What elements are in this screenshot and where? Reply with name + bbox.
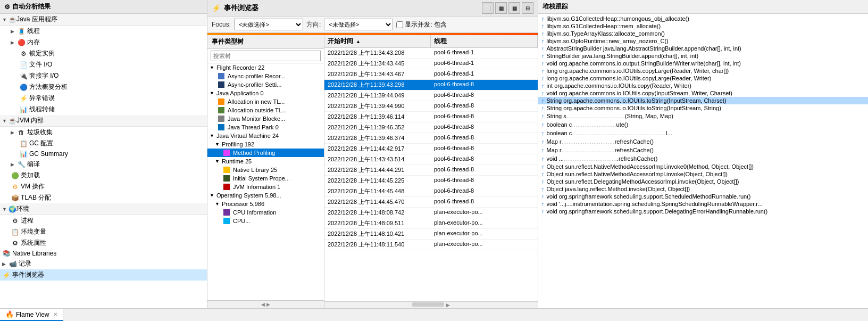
- table-row[interactable]: 2022/12/28 上午11:34:43.445 pool-6-thread-…: [324, 59, 538, 69]
- stack-trace-row[interactable]: ↑ boolean c.........................ute(…: [538, 120, 868, 129]
- tree-jvm-info[interactable]: JVM Information 1: [207, 183, 324, 191]
- tree-native-lib[interactable]: Native Library 25: [207, 166, 324, 174]
- tree-cpu-info[interactable]: CPU Information: [207, 208, 324, 217]
- tree-thread-park[interactable]: Java Thread Park 0: [207, 123, 324, 131]
- tree-async-setti[interactable]: Async-profiler Setti...: [207, 80, 324, 89]
- table-row[interactable]: 2022/12/28 上午11:39:46.114 pool-6-thread-…: [324, 112, 538, 122]
- stack-trace-row[interactable]: ↑ String s..............................…: [538, 112, 868, 120]
- sidebar-item-thread-dump[interactable]: 📊 线程转储: [0, 104, 207, 115]
- tab-flame-view[interactable]: 🔥 Flame View ✕: [0, 309, 63, 321]
- focus-select[interactable]: <未做选择>: [234, 19, 303, 30]
- scroll-thumb[interactable]: [412, 302, 444, 307]
- sidebar-item-java-app[interactable]: ▼ ☕ Java 应用程序: [0, 14, 207, 26]
- sidebar-item-process[interactable]: ⚙ 进程: [0, 215, 207, 226]
- stack-trace-row[interactable]: ↑ libjvm.so.TypeArrayKlass::allocate_com…: [538, 30, 868, 37]
- sidebar-item-env[interactable]: ▼ 🌍 环境: [0, 203, 207, 215]
- sidebar-item-gc[interactable]: ▶ 🗑 垃圾收集: [0, 127, 207, 138]
- table-row[interactable]: 2022/12/28 上午11:39:44.990 pool-6-thread-…: [324, 101, 538, 112]
- sidebar-item-record[interactable]: ▶ 📹 记录: [0, 258, 207, 269]
- table-row[interactable]: 2022/12/28 上午11:34:43.467 pool-6-thread-…: [324, 69, 538, 80]
- table-row[interactable]: 2022/12/28 上午11:34:43.208 pool-6-thread-…: [324, 48, 538, 59]
- sidebar-item-native-libs[interactable]: 📚 Native Libraries: [0, 249, 207, 258]
- table-row[interactable]: 2022/12/28 上午11:48:09.511 plan-executor-…: [324, 218, 538, 229]
- stack-trace-row[interactable]: ↑ libjvm.so.G1CollectedHeap::humongous_o…: [538, 15, 868, 22]
- stack-trace-row[interactable]: ↑ void .................................…: [538, 154, 868, 163]
- table-row[interactable]: 2022/12/28 上午11:39:44.049 pool-6-thread-…: [324, 90, 538, 101]
- stack-trace-row[interactable]: ↑ void '...j....instrumentation.spring.s…: [538, 200, 868, 208]
- direction-select[interactable]: <未做选择>: [324, 19, 393, 30]
- tree-async-rec[interactable]: Async-profiler Recor...: [207, 72, 324, 80]
- close-button[interactable]: ⊟: [522, 2, 533, 14]
- minimize-button[interactable]: ⬜: [482, 2, 494, 14]
- stack-trace-row[interactable]: ↑ StringBuilder java.lang.StringBuilder.…: [538, 52, 868, 60]
- search-input[interactable]: [211, 51, 321, 61]
- table-row[interactable]: 2022/12/28 上午11:48:08.742 plan-executor-…: [324, 208, 538, 218]
- stack-trace-row[interactable]: ↑ Object sun.reflect.DelegatingMethodAcc…: [538, 178, 868, 185]
- tree-jvm[interactable]: ▼ Java Virtual Machine 24: [207, 131, 324, 140]
- sidebar-item-tlab[interactable]: 📦 TLAB 分配: [0, 192, 207, 203]
- table-row[interactable]: 2022/12/28 上午11:44:44.291 pool-6-thread-…: [324, 165, 538, 176]
- stack-trace-row[interactable]: ↑ AbstractStringBuilder java.lang.Abstra…: [538, 45, 868, 52]
- stack-trace-row[interactable]: ↑ Object sun.reflect.NativeMethodAccesso…: [538, 170, 868, 178]
- tree-alloc-outside[interactable]: Allocation outside TL...: [207, 106, 324, 114]
- table-row[interactable]: 2022/12/28 上午11:44:42.917 pool-6-thread-…: [324, 144, 538, 154]
- stack-trace-row[interactable]: ↑ libjvm.so.G1CollectedHeap::mem_allocat…: [538, 22, 868, 30]
- table-row[interactable]: 2022/12/28 上午11:43:43.514 pool-6-thread-…: [324, 154, 538, 165]
- tree-flight-recorder[interactable]: ▼ Flight Recorder 22: [207, 63, 324, 72]
- stack-trace-row[interactable]: ↑ long org.apache.commons.io.IOUtils.cop…: [538, 67, 868, 75]
- tree-java-monitor[interactable]: Java Monitor Blocke...: [207, 114, 324, 123]
- layout-button-1[interactable]: ▦: [495, 2, 507, 14]
- sidebar-item-socket-io[interactable]: 🔌 套接字 I/O: [0, 70, 207, 81]
- tree-method-profiling[interactable]: Method Profiling: [207, 149, 324, 157]
- sidebar-item-threads[interactable]: ▶ 🧵 线程: [0, 26, 207, 37]
- sidebar-item-sys-props[interactable]: ⚙ 系统属性: [0, 237, 207, 249]
- sidebar-item-event-browser[interactable]: ⚡ 事件浏览器: [0, 269, 207, 281]
- stack-trace-row[interactable]: ↑ Map r..............................ref…: [538, 137, 868, 146]
- tree-processor[interactable]: ▼ Processor 5,986: [207, 200, 324, 208]
- stack-trace-row[interactable]: ↑ boolean c.............................…: [538, 129, 868, 137]
- table-row[interactable]: 2022/12/28 上午11:48:10.421 plan-executor-…: [324, 229, 538, 240]
- sidebar-item-compile[interactable]: ▶ 🔧 编译: [0, 159, 207, 170]
- sidebar-item-lock[interactable]: ⚙ 锁定实例: [0, 48, 207, 59]
- table-row[interactable]: 2022/12/28 上午11:44:45.225 pool-6-thread-…: [324, 176, 538, 186]
- table-row[interactable]: 2022/12/28 上午11:39:46.374 pool-6-thread-…: [324, 133, 538, 144]
- sidebar-item-memory[interactable]: ▶ 🔴 内存: [0, 37, 207, 48]
- stack-trace-row[interactable]: ↑ Object java.lang.reflect.Method.invoke…: [538, 185, 868, 193]
- table-row[interactable]: 2022/12/28 上午11:44:45.470 pool-6-thread-…: [324, 197, 538, 208]
- sidebar-item-gc-summary[interactable]: 📊 GC Summary: [0, 149, 207, 159]
- stack-trace-row[interactable]: ↑ int org.apache.commons.io.IOUtils.copy…: [538, 82, 868, 89]
- stack-trace-row[interactable]: ↑ void org.apache.commons.io.output.Stri…: [538, 60, 868, 67]
- tree-os[interactable]: ▼ Operating System 5,98...: [207, 191, 324, 200]
- sidebar-item-method-profile[interactable]: 🔵 方法概要分析: [0, 81, 207, 93]
- tree-alloc-tl[interactable]: Allocation in new TL...: [207, 97, 324, 106]
- table-row[interactable]: 2022/12/28 上午11:39:46.352 pool-6-thread-…: [324, 122, 538, 133]
- stack-trace-row[interactable]: ↑ void org.apache.commons.io.IOUtils.cop…: [538, 89, 868, 97]
- stack-trace-row[interactable]: ↑ long org.apache.commons.io.IOUtils.cop…: [538, 75, 868, 82]
- time-col-header[interactable]: 开始时间 ▲: [324, 35, 431, 47]
- sidebar-item-jvm[interactable]: ▼ ☕ JVM 内部: [0, 115, 207, 127]
- stack-trace-row[interactable]: ↑ Object sun.reflect.NativeMethodAccesso…: [538, 163, 868, 170]
- thread-col-header[interactable]: 线程: [431, 35, 538, 47]
- stack-trace-row[interactable]: ↑ void org.springframework.scheduling.su…: [538, 193, 868, 200]
- sidebar-item-env-vars[interactable]: 📋 环境变量: [0, 226, 207, 237]
- stack-trace-row[interactable]: ↑ void org.springframework.scheduling.su…: [538, 208, 868, 215]
- sidebar-item-gc-config[interactable]: 📋 GC 配置: [0, 138, 207, 149]
- tree-profiling[interactable]: ▼ Profiling 192: [207, 140, 324, 149]
- stack-trace-row[interactable]: ↑ Map r..............................ref…: [538, 146, 868, 154]
- layout-button-2[interactable]: ▦: [508, 2, 520, 14]
- table-row-selected[interactable]: 2022/12/28 上午11:39:43.298 pool-6-thread-…: [324, 80, 538, 90]
- stack-trace-row[interactable]: ↑ libjvm.so.OptoRuntime::new_array_nozer…: [538, 37, 868, 45]
- tree-java-app[interactable]: ▼ Java Application 0: [207, 89, 324, 97]
- tree-initial-sys[interactable]: Initial System Prope...: [207, 174, 324, 183]
- flame-view-close[interactable]: ✕: [53, 311, 57, 317]
- stack-trace-row-highlighted[interactable]: ↑ String org.apache.commons.io.IOUtils.t…: [538, 97, 868, 104]
- sidebar-item-classload[interactable]: 🟢 类加载: [0, 170, 207, 181]
- table-row[interactable]: 2022/12/28 上午11:44:45.448 pool-6-thread-…: [324, 186, 538, 197]
- sidebar-item-exceptions[interactable]: ⚡ 异常错误: [0, 93, 207, 104]
- tree-runtime[interactable]: ▼ Runtime 25: [207, 157, 324, 166]
- sidebar-item-vm-ops[interactable]: ⚙ VM 操作: [0, 181, 207, 192]
- stack-trace-row[interactable]: ↑ String org.apache.commons.io.IOUtils.t…: [538, 104, 868, 112]
- table-row[interactable]: 2022/12/28 上午11:48:11.540 plan-executor-…: [324, 240, 538, 250]
- tree-cpu-2[interactable]: CPU...: [207, 217, 324, 225]
- show-concurrent-checkbox[interactable]: [396, 21, 403, 28]
